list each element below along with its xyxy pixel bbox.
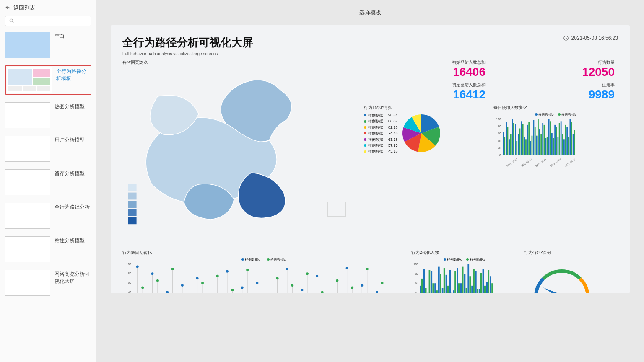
back-button[interactable]: 返回列表 [5, 4, 91, 12]
dashboard-subtitle: Full behavior path analysis visualizes l… [122, 52, 253, 56]
svg-rect-219 [490, 276, 491, 293]
svg-rect-25 [519, 129, 521, 156]
svg-rect-39 [540, 134, 542, 155]
svg-text:40: 40 [415, 291, 418, 293]
svg-rect-217 [486, 282, 488, 293]
svg-point-88 [171, 268, 174, 270]
template-item-user[interactable]: 用户分析模型 [5, 136, 91, 162]
template-thumb [7, 67, 52, 93]
svg-text:60: 60 [415, 282, 418, 284]
svg-text:100: 100 [496, 118, 501, 121]
svg-rect-184 [425, 288, 427, 294]
svg-rect-45 [550, 121, 551, 155]
svg-rect-195 [446, 275, 447, 293]
svg-text:100: 100 [126, 263, 131, 266]
svg-rect-209 [471, 286, 473, 293]
back-arrow-icon [5, 5, 11, 11]
svg-rect-188 [433, 283, 434, 293]
svg-rect-192 [440, 274, 441, 293]
svg-text:80: 80 [128, 272, 131, 275]
svg-point-110 [226, 270, 229, 273]
svg-rect-26 [521, 121, 522, 155]
kpi-initial-login-sum: 初始登陆人数总和 16406 [364, 59, 489, 80]
svg-rect-46 [551, 133, 553, 155]
svg-rect-22 [515, 124, 516, 155]
svg-rect-215 [483, 269, 484, 293]
svg-rect-43 [547, 137, 548, 155]
svg-rect-40 [542, 123, 543, 155]
svg-text:60: 60 [128, 281, 131, 284]
svg-rect-204 [462, 267, 464, 293]
template-item-sticky[interactable]: 粘性分析模型 [5, 236, 91, 262]
template-label: 粘性分析模型 [55, 236, 85, 244]
template-item-full-path[interactable]: 全行为路径分析 [5, 203, 91, 229]
svg-rect-52 [561, 121, 562, 155]
template-item-heatmap[interactable]: 热图分析模型 [5, 102, 91, 128]
template-thumb [5, 32, 50, 58]
svg-rect-58 [570, 119, 571, 155]
template-thumb [5, 270, 50, 296]
svg-rect-28 [524, 137, 525, 155]
svg-rect-7 [328, 202, 345, 217]
svg-point-82 [156, 279, 159, 282]
svg-rect-186 [429, 270, 431, 293]
svg-point-100 [201, 282, 204, 284]
svg-text:0: 0 [499, 154, 501, 157]
svg-rect-183 [423, 269, 425, 293]
svg-rect-27 [522, 124, 524, 155]
svg-rect-56 [566, 127, 568, 155]
svg-rect-18 [509, 139, 510, 155]
svg-rect-202 [458, 283, 460, 293]
svg-rect-201 [457, 268, 458, 293]
svg-rect-206 [466, 288, 467, 294]
pie-legend: 样例数据98.84样例数据86.07样例数据82.28样例数据74.46样例数据… [364, 112, 398, 155]
svg-rect-32 [530, 141, 531, 155]
svg-rect-29 [525, 139, 527, 155]
svg-point-148 [321, 291, 324, 293]
svg-rect-197 [449, 270, 451, 293]
svg-rect-189 [434, 283, 436, 293]
svg-rect-3 [128, 193, 137, 200]
svg-rect-55 [565, 125, 566, 155]
svg-point-166 [366, 268, 369, 270]
svg-marker-231 [543, 287, 563, 293]
svg-text:2021-04-06: 2021-04-06 [550, 158, 562, 168]
svg-text:80: 80 [415, 272, 418, 275]
template-list: 空白 全行为路径分析模板 热图分析模型 用户分析模型 [5, 32, 91, 358]
svg-rect-42 [545, 138, 547, 155]
template-item-blank[interactable]: 空白 [5, 32, 91, 58]
svg-point-130 [276, 277, 279, 279]
svg-rect-60 [573, 134, 574, 155]
dashboard-timestamp: 2021-05-08 16:56:23 [563, 35, 618, 41]
svg-rect-199 [453, 290, 454, 293]
gauge-chart: 015 [524, 257, 600, 293]
svg-rect-48 [554, 125, 556, 155]
svg-text:2021-03-22: 2021-03-22 [506, 158, 518, 168]
svg-rect-203 [460, 283, 462, 293]
svg-rect-30 [527, 125, 528, 155]
svg-rect-38 [539, 129, 540, 155]
svg-rect-187 [431, 272, 433, 293]
pie-chart [400, 112, 442, 154]
svg-text:2021-04-11: 2021-04-11 [564, 158, 576, 168]
svg-rect-212 [477, 289, 478, 293]
template-thumb [5, 169, 50, 195]
map-label: 各省网页浏览 [122, 59, 357, 65]
template-label: 热图分析模型 [55, 102, 85, 110]
svg-rect-200 [454, 272, 456, 293]
search-input[interactable] [17, 18, 88, 24]
svg-rect-54 [564, 139, 565, 155]
svg-text:40: 40 [498, 140, 501, 142]
svg-rect-218 [488, 270, 490, 293]
template-label: 空白 [55, 32, 65, 40]
template-item-full-behavior[interactable]: 全行为路径分析模板 [5, 65, 91, 95]
template-item-browsing[interactable]: 网络浏览分析可视化大屏 [5, 270, 91, 296]
search-input-wrap[interactable] [5, 16, 91, 26]
daily-bar-label: 每日使用人数变化 [493, 105, 618, 111]
search-icon [9, 18, 15, 24]
svg-point-118 [246, 269, 249, 271]
template-item-retention[interactable]: 留存分析模型 [5, 169, 91, 195]
svg-rect-35 [535, 127, 536, 155]
svg-text:40: 40 [128, 291, 131, 293]
template-label: 网络浏览分析可视化大屏 [55, 270, 91, 285]
